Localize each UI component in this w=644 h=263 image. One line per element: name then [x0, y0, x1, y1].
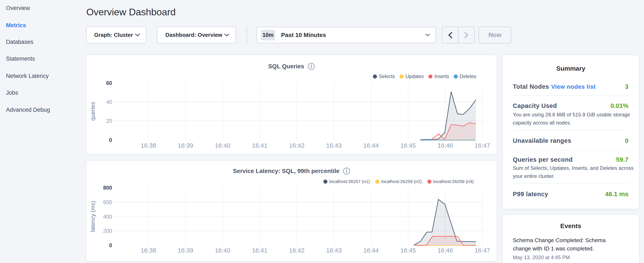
- svg-text:16:45: 16:45: [400, 142, 416, 149]
- svg-text:16:40: 16:40: [215, 142, 230, 149]
- svg-text:800: 800: [103, 185, 112, 191]
- svg-text:16:47: 16:47: [474, 247, 490, 254]
- svg-text:16:46: 16:46: [438, 142, 453, 149]
- svg-text:16:44: 16:44: [363, 247, 379, 254]
- svg-text:16:39: 16:39: [178, 247, 193, 254]
- svg-text:16:41: 16:41: [252, 247, 268, 254]
- svg-text:16:41: 16:41: [252, 142, 268, 149]
- svg-text:16:46: 16:46: [438, 247, 453, 254]
- svg-text:queries: queries: [90, 102, 96, 121]
- svg-text:600: 600: [103, 199, 112, 205]
- svg-text:16:39: 16:39: [178, 142, 193, 149]
- svg-text:60: 60: [106, 80, 112, 86]
- svg-text:16:47: 16:47: [474, 142, 490, 149]
- svg-text:16:43: 16:43: [326, 142, 342, 149]
- svg-text:16:40: 16:40: [215, 247, 230, 254]
- svg-text:40: 40: [106, 99, 112, 105]
- svg-text:200: 200: [103, 228, 112, 234]
- svg-text:20: 20: [106, 118, 112, 124]
- svg-text:16:42: 16:42: [289, 247, 305, 254]
- svg-text:16:38: 16:38: [141, 247, 156, 254]
- svg-text:16:42: 16:42: [289, 142, 305, 149]
- svg-text:16:45: 16:45: [400, 247, 416, 254]
- svg-text:latency (ms): latency (ms): [90, 201, 96, 232]
- svg-text:16:43: 16:43: [326, 247, 342, 254]
- svg-text:400: 400: [103, 214, 112, 220]
- svg-text:0: 0: [109, 242, 112, 248]
- svg-text:0: 0: [109, 137, 112, 143]
- svg-text:16:44: 16:44: [363, 142, 379, 149]
- svg-text:16:38: 16:38: [141, 142, 156, 149]
